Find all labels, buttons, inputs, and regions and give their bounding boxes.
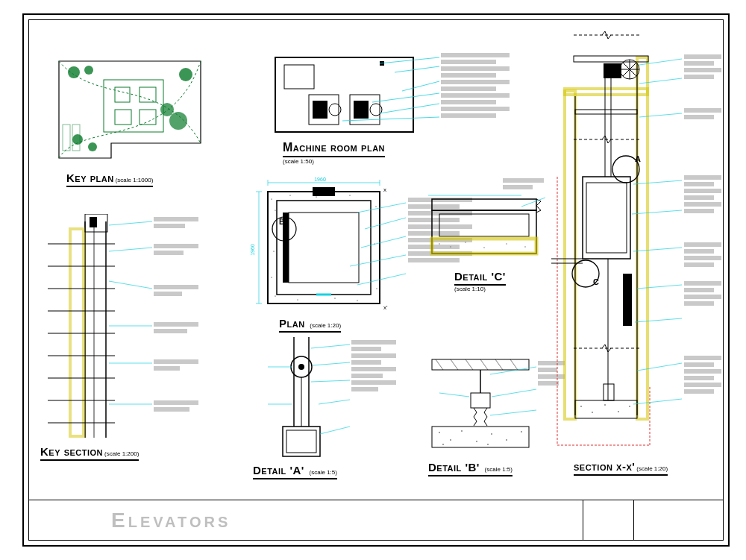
title-text: Detail 'A' xyxy=(253,464,304,476)
svg-rect-150 xyxy=(586,183,627,253)
svg-line-25 xyxy=(395,66,439,72)
svg-line-27 xyxy=(372,93,439,102)
annot-sx-3 xyxy=(684,175,721,213)
svg-line-58 xyxy=(357,203,406,213)
annot-da-r xyxy=(351,340,396,391)
svg-rect-18 xyxy=(313,101,327,119)
svg-point-36 xyxy=(271,277,272,277)
scale-text: (scale 1:1000) xyxy=(116,177,154,183)
svg-point-67 xyxy=(439,243,439,244)
annot-sx-2 xyxy=(684,108,721,119)
svg-rect-89 xyxy=(90,217,97,227)
svg-point-33 xyxy=(275,210,275,210)
svg-line-92 xyxy=(109,281,152,289)
section-marker-x: x xyxy=(383,186,386,193)
detail-marker-b: B xyxy=(279,218,284,226)
annot-detail-c xyxy=(503,178,548,189)
caption-detail-c: Detail 'C' xyxy=(454,270,506,286)
svg-line-130 xyxy=(492,389,536,397)
key-section-drawing xyxy=(40,214,227,453)
svg-line-168 xyxy=(639,113,682,117)
svg-rect-118 xyxy=(471,393,490,408)
svg-point-120 xyxy=(439,432,439,432)
svg-rect-31 xyxy=(277,201,371,295)
svg-rect-136 xyxy=(565,91,575,419)
svg-line-170 xyxy=(632,210,682,214)
svg-line-90 xyxy=(109,221,152,225)
annot-machine-room xyxy=(441,53,510,118)
svg-point-71 xyxy=(506,243,507,244)
svg-point-46 xyxy=(357,300,357,301)
annot-ks-2 xyxy=(154,244,198,255)
svg-line-132 xyxy=(439,393,469,397)
svg-rect-21 xyxy=(354,101,369,119)
svg-point-4 xyxy=(169,112,187,130)
caption-section-xx: section x-x'(scale 1:20) xyxy=(574,460,668,476)
annot-ks-3 xyxy=(154,285,198,296)
caption-plan: Plan (scale 1:20) xyxy=(279,317,341,333)
detail-marker-a: A xyxy=(635,154,641,163)
title-text: Plan xyxy=(279,317,305,330)
svg-rect-149 xyxy=(583,177,630,259)
svg-rect-8 xyxy=(63,125,70,151)
annot-ks-4 xyxy=(154,322,198,333)
svg-line-116 xyxy=(510,359,518,370)
svg-line-104 xyxy=(313,362,350,365)
svg-line-174 xyxy=(637,363,682,371)
svg-line-131 xyxy=(490,410,536,415)
svg-point-124 xyxy=(491,433,492,434)
svg-rect-102 xyxy=(286,430,316,453)
svg-point-7 xyxy=(88,142,97,151)
svg-rect-119 xyxy=(432,427,529,447)
caption-machine-room: Machine room plan xyxy=(283,141,385,157)
scale-machine-room: (scale 1:50) xyxy=(283,158,314,165)
title-cell-2 xyxy=(633,500,723,540)
svg-point-160 xyxy=(604,404,605,405)
svg-rect-110 xyxy=(432,359,529,370)
svg-line-103 xyxy=(311,345,350,348)
svg-line-62 xyxy=(357,274,406,285)
scale-detail-c: (scale 1:10) xyxy=(454,286,486,292)
panel-detail-c: Detail 'C' (scale 1:10) xyxy=(424,184,559,281)
svg-point-99 xyxy=(298,364,304,370)
svg-line-169 xyxy=(633,180,682,184)
svg-rect-49 xyxy=(313,187,335,196)
title-block: Elevators xyxy=(29,500,723,540)
svg-rect-154 xyxy=(623,274,632,326)
svg-point-159 xyxy=(592,412,592,412)
svg-rect-11 xyxy=(115,87,130,102)
svg-rect-64 xyxy=(432,210,536,254)
title-cell-1 xyxy=(583,500,633,540)
drawing-sheet-inner: Key plan(scale 1:1000) xyxy=(28,19,724,541)
svg-line-105 xyxy=(311,380,350,382)
svg-rect-163 xyxy=(604,384,614,400)
annot-sx-5 xyxy=(684,281,721,306)
svg-point-121 xyxy=(450,439,451,440)
panel-detail-b: Detail 'B' (scale 1:5) xyxy=(417,352,566,468)
svg-point-69 xyxy=(465,242,466,242)
title-text: Machine room plan xyxy=(283,141,385,154)
svg-point-41 xyxy=(375,206,376,207)
svg-point-127 xyxy=(442,444,443,444)
panel-section-xx: A C xyxy=(551,28,723,468)
svg-rect-101 xyxy=(283,427,320,456)
svg-rect-14 xyxy=(140,110,156,125)
svg-line-129 xyxy=(490,367,536,374)
svg-point-68 xyxy=(450,246,451,247)
title-text: Key section xyxy=(40,445,103,458)
svg-rect-16 xyxy=(284,65,314,89)
annot-ks-1 xyxy=(154,217,198,228)
svg-line-173 xyxy=(635,318,682,322)
svg-line-175 xyxy=(633,399,682,404)
drawing-canvas: Key plan(scale 1:1000) xyxy=(29,20,723,500)
svg-point-2 xyxy=(84,66,93,75)
svg-line-91 xyxy=(109,248,152,251)
svg-line-61 xyxy=(350,255,406,266)
svg-line-106 xyxy=(319,400,350,404)
svg-point-35 xyxy=(273,251,274,251)
svg-rect-148 xyxy=(575,110,637,114)
sheet-title: Elevators xyxy=(29,500,583,540)
svg-point-39 xyxy=(316,196,316,197)
annot-sx-4 xyxy=(684,242,721,267)
svg-line-114 xyxy=(480,359,488,370)
